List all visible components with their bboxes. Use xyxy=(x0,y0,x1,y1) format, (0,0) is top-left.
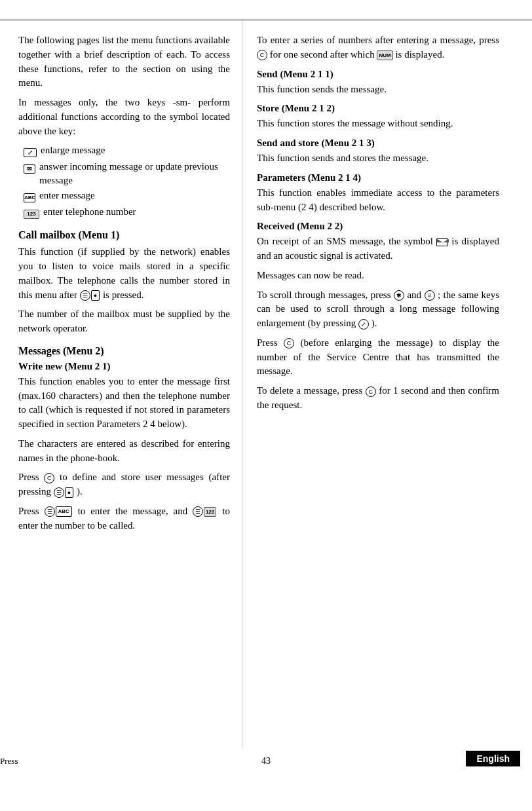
ok-key-icon2: ● xyxy=(65,487,73,498)
bullet-abc: ABC enter message xyxy=(24,189,230,204)
enlarge-key2-icon: ⤢ xyxy=(358,319,369,330)
menu-key-icon4: ☰ xyxy=(193,506,203,517)
sms-envelope-icon xyxy=(436,238,448,246)
send-and-store-para: This function sends and stores the messa… xyxy=(257,151,499,166)
bullet-123-text: enter telephone number xyxy=(43,205,136,219)
bullet-enlarge-text: enlarge message xyxy=(41,143,105,157)
abc-key-icon2: ABC xyxy=(56,506,72,517)
num-icon: 123 xyxy=(24,206,39,220)
page-container: The following pages list the menu functi… xyxy=(0,0,532,811)
left-column: The following pages list the menu functi… xyxy=(0,20,242,748)
bullet-envelope-text: answer incoming message or update previo… xyxy=(39,160,230,187)
enlarge-key-icon: ⤢ xyxy=(24,148,37,157)
send-heading: Send (Menu 2 1 1) xyxy=(257,69,499,80)
key-compose-abc: ☰ABC xyxy=(45,506,73,517)
right-column: To enter a series of numbers after enter… xyxy=(242,20,518,748)
parameters-para: This function enables immediate access t… xyxy=(257,186,499,215)
send-and-store-heading: Send and store (Menu 2 1 3) xyxy=(257,138,499,149)
page-footer: Press 43 English xyxy=(0,748,532,772)
received-para2: Messages can now be read. xyxy=(257,269,499,283)
write-new-heading: Write new (Menu 2 1) xyxy=(18,361,230,372)
bullet-123: 123 enter telephone number xyxy=(24,205,230,220)
store-heading: Store (Menu 2 1 2) xyxy=(257,103,499,114)
press-label: Press xyxy=(0,756,18,766)
english-badge: English xyxy=(466,751,520,766)
page-number: 43 xyxy=(0,756,532,766)
intro-para1: The following pages list the menu functi… xyxy=(18,33,230,90)
write-new-para1: This function enables you to enter the m… xyxy=(18,375,230,432)
c-key-right-icon: C xyxy=(257,50,267,60)
received-para3: To scroll through messages, press ✱ and … xyxy=(257,288,499,331)
write-new-para3: Press C to define and store user message… xyxy=(18,470,230,499)
envelope-key-icon: ✉ xyxy=(24,164,35,174)
messages-heading: Messages (Menu 2) xyxy=(18,345,230,357)
envelope-icon: ✉ xyxy=(24,161,35,175)
num-display-icon: NUM xyxy=(377,50,392,60)
abc-key-icon: ABC xyxy=(24,193,35,202)
key-compose-num: ☰123 xyxy=(193,506,217,517)
menu-key-icon3: ☰ xyxy=(45,506,55,517)
received-heading: Received (Menu 2 2) xyxy=(257,221,499,232)
bullet-list: ⤢ enlarge message ✉ answer incoming mess… xyxy=(24,143,230,220)
write-new-para4: Press ☰ABC to enter the message, and ☰12… xyxy=(18,504,230,533)
enlarge-icon: ⤢ xyxy=(24,145,37,159)
received-para4: Press C (before enlarging the message) t… xyxy=(257,336,499,379)
ok-key-icon: ● xyxy=(91,290,100,301)
send-para: This function sends the message. xyxy=(257,83,499,97)
call-mailbox-heading: Call mailbox (Menu 1) xyxy=(18,229,230,241)
call-mailbox-para2: The number of the mailbox must be suppli… xyxy=(18,307,230,336)
bullet-abc-text: enter message xyxy=(39,189,95,202)
num-key-icon: 123 xyxy=(24,210,39,219)
right-intro-para: To enter a series of numbers after enter… xyxy=(257,33,499,62)
received-para5: To delete a message, press C for 1 secon… xyxy=(257,384,499,413)
abc-icon: ABC xyxy=(24,190,35,204)
c-key2-icon: C xyxy=(284,338,294,349)
write-new-para2: The characters are entered as described … xyxy=(18,437,230,466)
content-columns: The following pages list the menu functi… xyxy=(0,20,532,748)
bullet-enlarge: ⤢ enlarge message xyxy=(24,143,230,159)
received-para1: On receipt of an SMS message, the symbol… xyxy=(257,235,499,263)
parameters-heading: Parameters (Menu 2 1 4) xyxy=(257,172,499,183)
menu-key-icon2: ☰ xyxy=(54,487,64,498)
c-key-icon: C xyxy=(44,473,54,483)
intro-para2: In messages only, the two keys -sm- perf… xyxy=(18,96,230,138)
menu-key-icon: ☰ xyxy=(80,290,90,301)
num-key-icon2: 123 xyxy=(204,507,216,517)
key-compose-group: ☰● xyxy=(80,290,100,301)
hash-key-icon: # xyxy=(425,290,435,301)
store-para: This function stores the message without… xyxy=(257,117,499,131)
c-key3-icon: C xyxy=(366,387,376,397)
star-key-icon: ✱ xyxy=(394,290,404,301)
bullet-envelope: ✉ answer incoming message or update prev… xyxy=(24,160,230,187)
key-compose-group2: ☰● xyxy=(54,487,74,498)
call-mailbox-para1: This function (if supplied by the networ… xyxy=(18,245,230,302)
